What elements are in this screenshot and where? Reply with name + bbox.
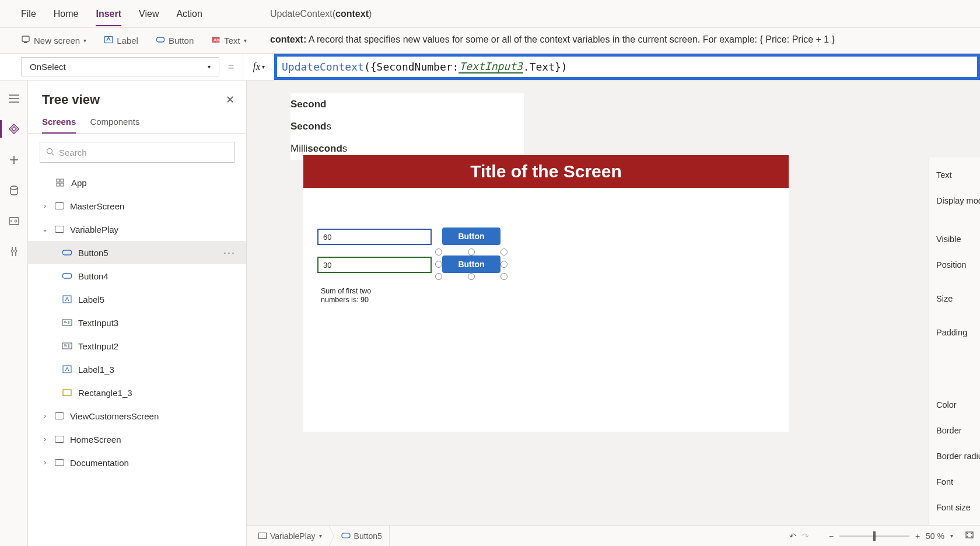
tree-app[interactable]: App bbox=[28, 171, 246, 194]
screen-icon bbox=[258, 533, 267, 539]
tree-item-textinput3[interactable]: TextInput3 bbox=[28, 311, 246, 334]
tree-item-button4[interactable]: Button4 bbox=[28, 264, 246, 288]
label-icon bbox=[104, 35, 113, 46]
chevron-right-icon: › bbox=[41, 459, 49, 467]
prop-text[interactable]: Text bbox=[929, 162, 980, 188]
button-icon bbox=[341, 531, 351, 541]
svg-text:Abc: Abc bbox=[214, 37, 220, 43]
menu-view[interactable]: View bbox=[139, 9, 159, 19]
button-button[interactable]: Button bbox=[156, 35, 194, 46]
screen-icon bbox=[55, 459, 64, 466]
tree-item-rectangle1-3[interactable]: Rectangle1_3 bbox=[28, 381, 246, 404]
prop-border[interactable]: Border bbox=[929, 418, 980, 443]
svg-rect-15 bbox=[61, 183, 64, 186]
chevron-right-icon: › bbox=[41, 412, 49, 420]
formula-help-text: context: A record that specifies new val… bbox=[270, 33, 975, 47]
prop-color[interactable]: Color bbox=[929, 392, 980, 418]
button-icon bbox=[156, 35, 165, 46]
prop-size[interactable]: Size bbox=[929, 286, 980, 312]
breadcrumb-control[interactable]: Button5 bbox=[330, 526, 390, 546]
menu-insert[interactable]: Insert bbox=[96, 9, 121, 26]
close-icon[interactable]: ✕ bbox=[226, 93, 235, 106]
search-icon bbox=[46, 148, 54, 158]
chevron-down-icon: ▾ bbox=[83, 37, 86, 44]
rectangle-icon bbox=[62, 389, 72, 396]
text-dropdown[interactable]: Abc Text ▾ bbox=[211, 35, 247, 46]
autocomplete-item[interactable]: Second bbox=[290, 93, 524, 116]
svg-rect-13 bbox=[61, 179, 64, 182]
screen-icon bbox=[55, 226, 64, 233]
rail-media[interactable] bbox=[0, 217, 28, 225]
svg-rect-1 bbox=[24, 42, 27, 43]
tree-item-variableplay[interactable]: ⌄ VariablePlay bbox=[28, 218, 246, 241]
equals-label: = bbox=[219, 54, 243, 80]
rail-data[interactable] bbox=[0, 186, 28, 196]
menu-file[interactable]: File bbox=[21, 9, 36, 19]
svg-rect-14 bbox=[57, 183, 60, 186]
tree-item-label5[interactable]: Label5 bbox=[28, 288, 246, 311]
formula-autocomplete[interactable]: Second Seconds Milliseconds bbox=[290, 93, 524, 160]
prop-font[interactable]: Font bbox=[929, 469, 980, 495]
zoom-in-button[interactable]: + bbox=[915, 531, 920, 541]
redo-button[interactable]: ↷ bbox=[802, 531, 809, 541]
chevron-down-icon: ▾ bbox=[244, 37, 247, 44]
chevron-down-icon[interactable]: ▾ bbox=[950, 533, 953, 539]
rail-insert[interactable] bbox=[0, 155, 28, 164]
tree-item-textinput2[interactable]: TextInput2 bbox=[28, 334, 246, 358]
button4[interactable]: Button bbox=[442, 228, 501, 245]
more-icon[interactable]: ··· bbox=[223, 247, 236, 259]
app-icon bbox=[55, 178, 65, 187]
new-screen-button[interactable]: New screen ▾ bbox=[21, 35, 86, 46]
prop-padding[interactable]: Padding bbox=[929, 320, 980, 345]
fx-icon: fx bbox=[253, 61, 261, 73]
prop-position[interactable]: Position bbox=[929, 252, 980, 278]
undo-button[interactable]: ↶ bbox=[789, 531, 796, 541]
textinput-icon bbox=[62, 342, 72, 349]
zoom-out-button[interactable]: − bbox=[829, 531, 834, 541]
svg-rect-3 bbox=[156, 37, 164, 42]
canvas-stage[interactable]: Button Button Sum of first twonumbers is… bbox=[303, 188, 789, 432]
prop-display-mode[interactable]: Display mod bbox=[929, 188, 980, 214]
label-button[interactable]: Label bbox=[104, 35, 138, 46]
zoom-slider[interactable] bbox=[839, 536, 909, 537]
tree-view-title: Tree view bbox=[42, 92, 100, 107]
rail-tree-view[interactable] bbox=[0, 124, 28, 134]
search-input[interactable]: Search bbox=[40, 142, 235, 163]
breadcrumb-screen[interactable]: VariablePlay ▾ bbox=[251, 526, 330, 546]
property-selector[interactable]: OnSelect ▾ bbox=[21, 57, 219, 76]
tab-screens[interactable]: Screens bbox=[42, 117, 76, 134]
selection-handles[interactable] bbox=[439, 252, 504, 276]
screen-icon bbox=[55, 202, 64, 209]
button-icon bbox=[62, 249, 72, 257]
button-icon bbox=[62, 272, 72, 280]
chevron-right-icon: › bbox=[41, 435, 49, 443]
fx-button[interactable]: fx ▾ bbox=[243, 54, 274, 80]
autocomplete-item[interactable]: Seconds bbox=[290, 116, 524, 138]
textinput3[interactable] bbox=[317, 257, 432, 273]
zoom-value: 50 % bbox=[926, 531, 944, 541]
textinput2[interactable] bbox=[317, 229, 432, 245]
tree-item-masterscreen[interactable]: › MasterScreen bbox=[28, 194, 246, 218]
tree-item-homescreen[interactable]: › HomeScreen bbox=[28, 428, 246, 451]
rail-hamburger[interactable] bbox=[0, 94, 28, 103]
chevron-down-icon: ▾ bbox=[208, 64, 211, 70]
formula-editor[interactable]: UpdateContext({SecondNumber: TextInput3.… bbox=[277, 60, 568, 74]
properties-panel: Text Display mod Visible Position Size P… bbox=[929, 158, 980, 525]
fit-to-screen-button[interactable] bbox=[965, 531, 974, 541]
prop-font-size[interactable]: Font size bbox=[929, 495, 980, 520]
tree-item-label1-3[interactable]: Label1_3 bbox=[28, 358, 246, 381]
tree-item-documentation[interactable]: › Documentation bbox=[28, 451, 246, 474]
tab-components[interactable]: Components bbox=[90, 117, 139, 133]
svg-point-8 bbox=[15, 220, 17, 222]
tree-item-button5[interactable]: Button5 ··· bbox=[28, 241, 246, 264]
prop-visible[interactable]: Visible bbox=[929, 226, 980, 252]
svg-point-9 bbox=[11, 250, 13, 253]
prop-border-radius[interactable]: Border radiu bbox=[929, 443, 980, 469]
rail-advanced[interactable] bbox=[0, 246, 28, 257]
chevron-down-icon: ⌄ bbox=[41, 225, 49, 233]
svg-rect-12 bbox=[57, 179, 60, 182]
menu-home[interactable]: Home bbox=[54, 9, 79, 19]
tree-view-panel: Tree view ✕ Screens Components Search Ap… bbox=[28, 80, 247, 546]
tree-item-viewcustomers[interactable]: › ViewCustomersScreen bbox=[28, 404, 246, 428]
menu-action[interactable]: Action bbox=[176, 9, 202, 19]
